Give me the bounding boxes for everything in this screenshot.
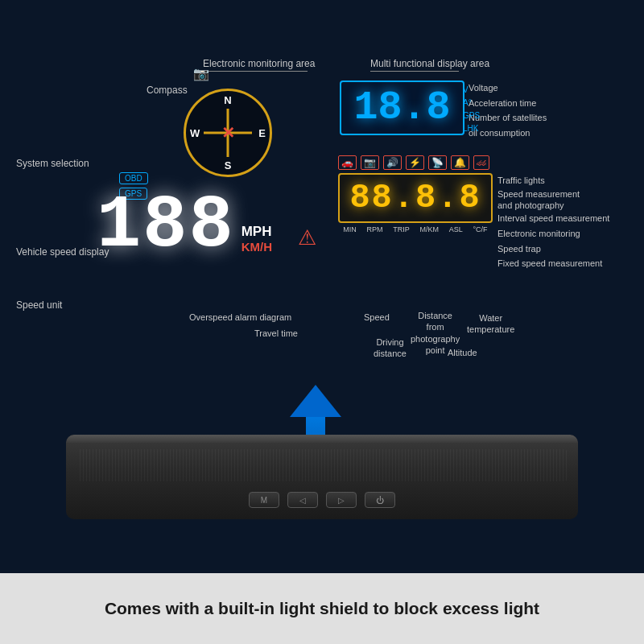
obd-badge: OBD [119, 172, 148, 184]
bottom-bar: Comes with a built-in light shield to bl… [0, 573, 644, 644]
device-buttons: M ◁ ▷ ⏻ [249, 492, 395, 508]
device-body: M ◁ ▷ ⏻ [66, 435, 578, 519]
yellow-display: 88.8.8 [338, 173, 493, 223]
system-selection-label: System selection [16, 158, 89, 169]
kmh-unit: KM/H [242, 240, 272, 254]
camera-icon: 📷 [193, 66, 209, 81]
speed-trap-label: Speed trap [497, 242, 609, 257]
num-satellites-label: Number of satellites [469, 110, 547, 126]
mkm-label: M/KM [420, 225, 440, 233]
altitude-label: Altitude [448, 348, 477, 357]
speed-display: 188 MPH KM/H [97, 189, 272, 263]
device-btn-m[interactable]: M [249, 492, 279, 508]
device-btn-next[interactable]: ▷ [326, 492, 357, 508]
compass-e: E [258, 127, 266, 139]
multi-functional-label: Multi functional display area [370, 58, 489, 69]
travel-time-label: Travel time [254, 328, 298, 338]
acceleration-time-label: Acceleration time [469, 96, 547, 111]
blue-digits: 18.8 [353, 88, 450, 128]
v-tag: V [463, 84, 480, 97]
oil-consumption-label: oil consumption [469, 126, 547, 141]
compass-n: N [224, 94, 231, 106]
electronic-monitoring-label: Electronic monitoring area [203, 58, 315, 69]
traffic-lights-label: Traffic lights [497, 173, 609, 188]
device-btn-power[interactable]: ⏻ [365, 492, 395, 508]
warning-icons-row: 🚗 📷 🔊 ⚡ 📡 🔔 🏎 [338, 155, 489, 170]
asl-label: ASL [449, 225, 463, 233]
gps-tag: GPS [463, 109, 480, 122]
fixed-speed-label: Fixed speed measurement [497, 256, 609, 271]
electronic-monitoring2-label: Electronic monitoring [497, 226, 609, 242]
min-label: MIN [343, 225, 357, 233]
a-tag: A° [463, 97, 480, 109]
speed-value: 188 [97, 189, 235, 263]
overspeed-alarm-label: Overspeed alarm diagram [189, 312, 291, 322]
speed-unit-label: Speed unit [16, 299, 62, 311]
interval-speed-label: Interval speed measurement [497, 211, 609, 226]
compass-w: W [190, 127, 200, 139]
speed-label: Speed [364, 312, 390, 322]
bottom-message: Comes with a built-in light shield to bl… [105, 599, 539, 618]
voltage-label: Voltage [469, 80, 547, 96]
compass-widget: N S W E ✕ [184, 89, 272, 177]
compass-x-icon: ✕ [221, 123, 235, 142]
blue-display: 18.8 [340, 80, 464, 135]
rpm-label: RPM [367, 225, 383, 233]
device-btn-prev[interactable]: ◁ [287, 492, 318, 508]
vehicle-speed-display-label: Vehicle speed display [16, 246, 109, 258]
compass-label: Compass [147, 85, 188, 96]
mph-unit: MPH [242, 224, 272, 240]
water-temp-label: Watertemperature [467, 312, 514, 336]
overspeed-icon: ⚠ [298, 225, 316, 250]
lhk-tag: LHK [463, 122, 480, 135]
compass-s: S [225, 159, 232, 171]
driving-distance-label: Drivingdistance [374, 336, 407, 360]
speed-measurement-label: Speed measurementand photography [497, 188, 609, 212]
cf-label: °C/F [473, 225, 487, 233]
yellow-digits: 88.8.8 [349, 181, 481, 215]
trip-label: TRIP [393, 225, 410, 233]
